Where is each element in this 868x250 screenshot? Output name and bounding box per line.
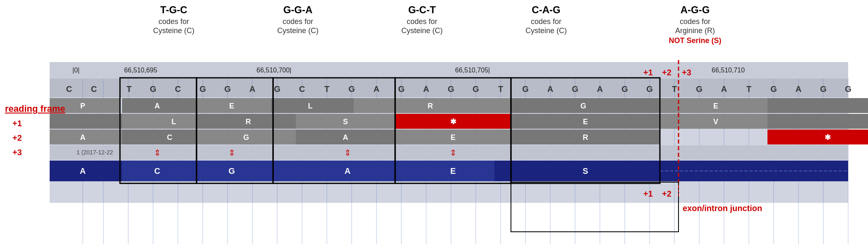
svg-text:+3: +3 [682,68,691,77]
svg-rect-137 [50,161,848,181]
svg-text:Arginine (R): Arginine (R) [675,26,715,35]
svg-text:L: L [308,102,313,110]
svg-text:G: G [820,84,827,94]
svg-rect-147 [120,78,197,183]
svg-text:G: G [696,84,703,94]
svg-text:G: G [621,84,628,94]
svg-text:⇕: ⇕ [154,148,161,157]
svg-text:A: A [721,84,727,94]
svg-text:⇕: ⇕ [344,148,351,157]
svg-text:V: V [713,118,718,126]
svg-text:exon/intron junction: exon/intron junction [683,204,762,213]
svg-text:T: T [746,84,751,94]
svg-rect-162 [511,182,679,232]
svg-text:T: T [672,84,677,94]
svg-text:G: G [448,84,454,94]
svg-text:A: A [345,166,350,175]
svg-rect-127 [511,130,660,144]
svg-text:codes for: codes for [407,17,437,26]
svg-text:A: A [249,84,255,94]
svg-rect-112 [511,114,660,129]
svg-text:codes for: codes for [158,17,189,26]
svg-rect-106 [197,114,296,129]
svg-rect-17 [50,62,848,79]
svg-text:C: C [167,133,173,142]
svg-text:T: T [324,84,329,94]
svg-text:R: R [583,133,588,142]
svg-text:G: G [522,84,529,94]
svg-text:C: C [66,84,72,94]
svg-text:A-G-G: A-G-G [681,4,710,15]
svg-rect-125 [395,130,511,144]
svg-rect-116 [767,114,868,129]
svg-text:T: T [498,84,503,94]
svg-rect-129 [767,130,868,144]
svg-text:G-G-A: G-G-A [283,4,313,15]
svg-text:E: E [451,133,456,142]
svg-text:reading frame: reading frame [5,103,65,114]
svg-text:66,510,710: 66,510,710 [712,67,745,74]
svg-rect-100 [660,98,767,113]
svg-text:Cysteine (C): Cysteine (C) [277,26,319,35]
svg-text:G: G [228,166,235,175]
svg-text:codes for: codes for [531,17,561,26]
svg-text:A: A [374,84,379,94]
svg-text:G: G [845,84,851,94]
svg-rect-114 [660,114,767,129]
svg-text:Cysteine (C): Cysteine (C) [525,26,567,35]
svg-text:codes for: codes for [283,17,313,26]
svg-text:T: T [127,84,132,94]
svg-text:G: G [199,84,206,94]
svg-text:G: G [646,84,653,94]
svg-rect-119 [122,130,217,144]
svg-text:S: S [583,166,588,175]
svg-text:1 (2017-12-22: 1 (2017-12-22 [77,149,113,156]
svg-text:NOT Serine (S): NOT Serine (S) [669,36,721,45]
svg-text:+3: +3 [12,148,22,157]
svg-rect-90 [122,98,197,113]
svg-text:E: E [450,166,456,175]
svg-rect-108 [296,114,395,129]
svg-text:R: R [428,102,433,110]
svg-text:C: C [175,84,181,94]
svg-text:G: G [274,84,281,94]
svg-rect-110 [395,114,511,129]
svg-text:⇕: ⇕ [228,148,235,157]
svg-text:L: L [172,118,176,126]
svg-text:G: G [572,84,578,94]
svg-text:✱: ✱ [450,118,456,126]
svg-text:+2: +2 [662,68,671,77]
svg-rect-151 [511,78,660,183]
svg-rect-103 [50,114,141,129]
svg-rect-23 [50,79,848,97]
svg-text:A: A [155,102,160,110]
svg-text:G: G [472,84,479,94]
svg-rect-148 [197,78,273,183]
svg-text:66,510,695: 66,510,695 [124,67,157,74]
svg-text:+1: +1 [643,68,653,77]
svg-text:Cysteine (C): Cysteine (C) [153,26,194,35]
svg-text:+1: +1 [12,119,22,128]
svg-text:A: A [343,133,348,142]
svg-text:G: G [770,84,777,94]
svg-rect-145 [660,163,848,178]
svg-text:C: C [154,166,160,175]
svg-text:G: G [243,133,249,142]
svg-rect-96 [354,98,511,113]
svg-text:+2: +2 [12,133,22,142]
svg-text:T-G-C: T-G-C [160,4,187,15]
svg-text:A: A [547,84,553,94]
svg-text:C-A-G: C-A-G [532,4,560,15]
svg-text:A: A [597,84,603,94]
svg-rect-102 [767,98,868,113]
svg-text:G: G [348,84,355,94]
svg-text:E: E [229,102,234,110]
svg-text:✱: ✱ [825,133,831,142]
svg-text:|0|: |0| [72,67,79,74]
svg-rect-123 [296,130,395,144]
svg-text:+1: +1 [643,189,653,198]
svg-text:+2: +2 [662,189,671,198]
svg-text:A: A [80,133,86,142]
svg-rect-117 [50,130,145,144]
svg-text:A: A [423,84,429,94]
